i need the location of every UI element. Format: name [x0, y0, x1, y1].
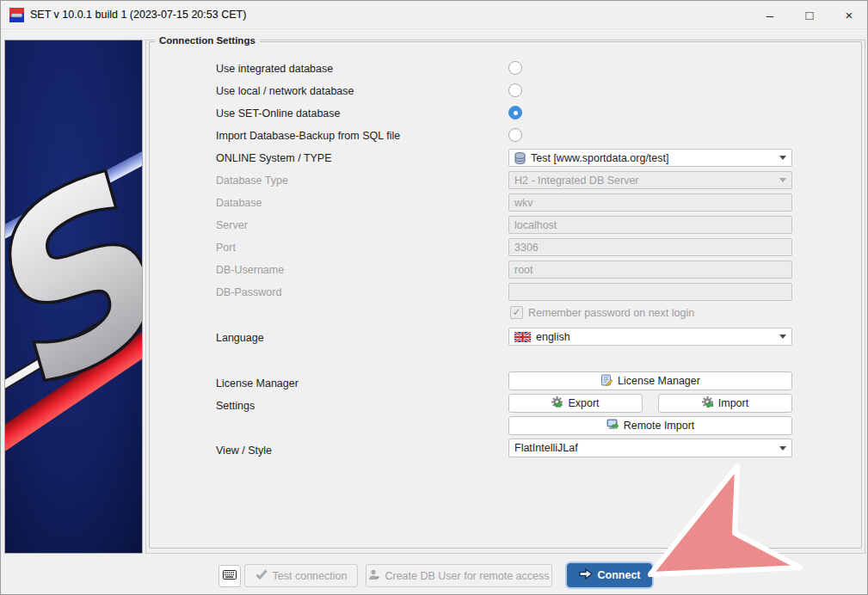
chevron-down-icon: [779, 156, 786, 160]
radio-use-local-network-database[interactable]: [508, 83, 522, 97]
connect-button[interactable]: Connect: [567, 563, 652, 587]
remote-import-button-label: Remote Import: [624, 420, 695, 432]
create-db-user-label: Create DB User for remote access: [385, 570, 549, 582]
import-button-label: Import: [718, 397, 748, 409]
radio-label-local-network: Use local / network database: [216, 84, 354, 98]
database-type-label: Database Type: [216, 174, 288, 187]
test-connection-button: Test connection: [244, 564, 358, 587]
test-connection-label: Test connection: [273, 570, 348, 582]
chevron-down-icon: [779, 446, 786, 451]
license-manager-button[interactable]: License Manager: [508, 371, 792, 390]
online-system-select[interactable]: Test [www.sportdata.org/test]: [508, 149, 792, 167]
group-title: Connection Settings: [155, 35, 260, 46]
connect-button-label: Connect: [598, 569, 641, 581]
port-field: 3306: [508, 238, 792, 256]
language-value: english: [536, 331, 570, 343]
window-title: SET v 10.0.1 build 1 (2023-07-15 20:53 C…: [30, 1, 246, 29]
import-settings-button[interactable]: Import: [658, 394, 792, 413]
remember-password-label: Remember password on next login: [528, 306, 694, 320]
brand-banner: S: [4, 40, 143, 554]
uk-flag-icon: [514, 332, 531, 342]
server-field: localhost: [508, 216, 792, 234]
db-password-label: DB-Password: [216, 285, 281, 299]
view-style-select[interactable]: FlatIntelliJLaf: [508, 439, 792, 457]
sportdata-logo-art: S: [5, 40, 142, 553]
app-logo-icon: [9, 8, 24, 22]
language-label: Language: [216, 331, 264, 345]
online-system-value: Test [www.sportdata.org/test]: [531, 152, 669, 164]
radio-use-set-online-database[interactable]: [508, 106, 522, 120]
database-type-value: H2 - Integrated DB Server: [514, 175, 639, 187]
db-username-label: DB-Username: [216, 263, 284, 277]
database-field: wkv: [508, 193, 792, 212]
view-style-label: View / Style: [216, 444, 272, 457]
license-manager-button-label: License Manager: [618, 375, 700, 387]
virtual-keyboard-button[interactable]: [219, 565, 241, 587]
database-type-select: H2 - Integrated DB Server: [508, 171, 792, 189]
remote-import-button[interactable]: Remote Import: [508, 416, 792, 435]
title-bar: SET v 10.0.1 build 1 (2023-07-15 20:53 C…: [1, 1, 868, 29]
database-icon: [514, 152, 526, 164]
language-select[interactable]: english: [508, 328, 792, 346]
radio-label-import-backup: Import Database-Backup from SQL file: [216, 129, 400, 143]
radio-use-integrated-database[interactable]: [508, 61, 522, 75]
server-label: Server: [216, 218, 248, 232]
keyboard-icon: [223, 570, 237, 582]
radio-label-set-online: Use SET-Online database: [216, 107, 341, 120]
gear-import-icon: [702, 396, 713, 410]
export-button-label: Export: [568, 397, 599, 409]
remember-password-checkbox: ✓: [510, 306, 523, 319]
minimize-button[interactable]: –: [750, 1, 790, 29]
gear-export-icon: [551, 396, 563, 410]
port-label: Port: [216, 241, 236, 255]
db-username-field: root: [508, 261, 792, 279]
view-style-value: FlatIntelliJLaf: [514, 442, 578, 454]
online-system-label: ONLINE System / TYPE: [216, 151, 332, 165]
remote-computer-icon: [606, 419, 619, 432]
license-manager-label: License Manager: [216, 377, 299, 390]
maximize-button[interactable]: □: [790, 1, 829, 29]
chevron-down-icon: [779, 334, 786, 339]
app-window: SET v 10.0.1 build 1 (2023-07-15 20:53 C…: [0, 0, 868, 595]
close-button[interactable]: ×: [829, 1, 868, 29]
db-password-field: [508, 283, 792, 301]
settings-label: Settings: [216, 399, 255, 413]
radio-label-integrated: Use integrated database: [216, 62, 333, 76]
chevron-down-icon: [779, 178, 786, 182]
arrow-right-icon: [579, 568, 593, 582]
create-db-user-button: Create DB User for remote access: [366, 564, 552, 587]
user-plus-icon: [368, 569, 379, 583]
license-document-icon: [600, 374, 613, 389]
database-label: Database: [216, 196, 262, 210]
checkmark-icon: [255, 569, 268, 582]
export-settings-button[interactable]: Export: [508, 394, 643, 413]
radio-import-database-backup[interactable]: [508, 128, 522, 142]
